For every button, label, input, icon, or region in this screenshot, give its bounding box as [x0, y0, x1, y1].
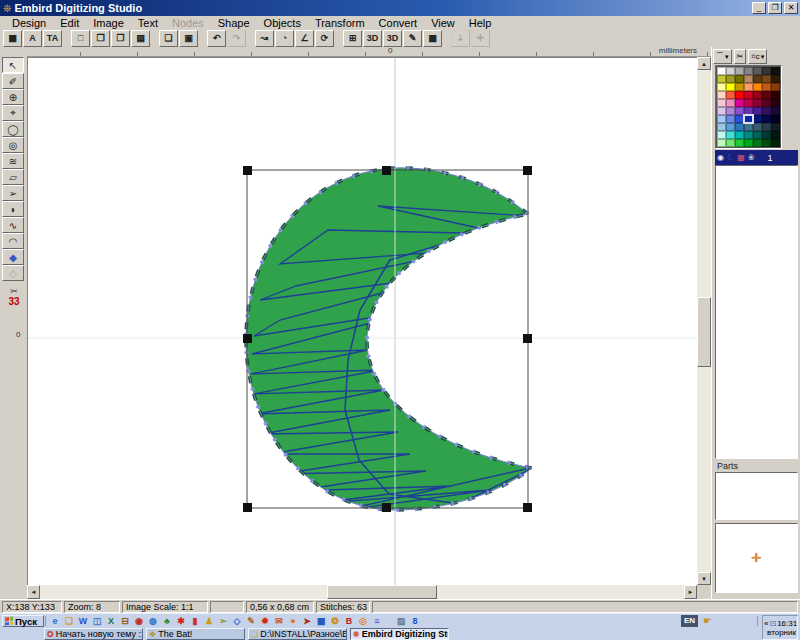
lock-icon[interactable]: ♟: [202, 615, 216, 627]
new[interactable]: □: [71, 30, 90, 47]
palette-color[interactable]: [735, 99, 744, 107]
horizontal-scrollbar[interactable]: ◄ ►: [27, 585, 697, 599]
restore-button[interactable]: ❐: [768, 2, 782, 14]
notepad-icon[interactable]: ▨: [394, 615, 408, 627]
arrow-shape[interactable]: ➢: [2, 185, 24, 201]
menu-item[interactable]: Design: [5, 17, 53, 29]
toolbar-button[interactable]: [151, 30, 158, 47]
taskbar-window-button[interactable]: ❖ The Bat!: [146, 628, 245, 640]
palette-color[interactable]: [735, 67, 744, 75]
vertical-scrollbar[interactable]: ▲ ▼: [697, 57, 711, 599]
undo[interactable]: ↶: [207, 30, 226, 47]
menu-item[interactable]: Objects: [257, 17, 308, 29]
angle[interactable]: ∠: [295, 30, 314, 47]
taskbar-window-button[interactable]: ❊ Embird Digitizing Stud...: [350, 628, 449, 640]
orange-icon[interactable]: ●: [286, 615, 300, 627]
palette-color[interactable]: [744, 91, 753, 99]
palette-color[interactable]: [735, 91, 744, 99]
toolbar-button[interactable]: [247, 30, 254, 47]
open[interactable]: ❒: [91, 30, 110, 47]
palette-color[interactable]: [726, 91, 735, 99]
column-alt-tool[interactable]: ◇: [2, 265, 24, 281]
excel-icon[interactable]: X: [104, 615, 118, 627]
edit-nodes[interactable]: ✐: [2, 73, 24, 89]
palette-color[interactable]: [726, 67, 735, 75]
scroll-up-arrow[interactable]: ▲: [697, 57, 711, 70]
diamond-icon[interactable]: ◇: [230, 615, 244, 627]
menu-item[interactable]: Text: [131, 17, 165, 29]
palette-color[interactable]: [744, 67, 753, 75]
palette-color[interactable]: [771, 75, 780, 83]
bat-icon[interactable]: B: [342, 615, 356, 627]
palette-color[interactable]: [744, 99, 753, 107]
palette-color[interactable]: [717, 115, 726, 123]
zoom-1-1[interactable]: ⌖: [2, 105, 24, 121]
palette-color[interactable]: [726, 75, 735, 83]
palette-color[interactable]: [753, 75, 762, 83]
redo[interactable]: ↷: [227, 30, 246, 47]
palette-color[interactable]: [771, 139, 780, 147]
globe-icon[interactable]: ◍: [146, 615, 160, 627]
closed-shape[interactable]: ◗: [2, 201, 24, 217]
palette-color[interactable]: [771, 83, 780, 91]
horizontal-scroll-thumb[interactable]: [327, 585, 437, 599]
taskbar-window-button[interactable]: ✪ Начать новую тему :: B...: [44, 628, 143, 640]
palette-color[interactable]: [753, 139, 762, 147]
minimize-button[interactable]: _: [752, 2, 766, 14]
menu-item[interactable]: Shape: [211, 17, 257, 29]
arc-tool[interactable]: ◠: [2, 233, 24, 249]
save[interactable]: ▤: [131, 30, 150, 47]
toolbar-button[interactable]: [199, 30, 206, 47]
palette-color[interactable]: [726, 139, 735, 147]
menu-item[interactable]: Nodes: [165, 17, 211, 29]
palette-color[interactable]: [753, 91, 762, 99]
menu-item[interactable]: Convert: [372, 17, 425, 29]
menu-item[interactable]: Edit: [53, 17, 86, 29]
regenerate[interactable]: ⟳: [315, 30, 334, 47]
palette-color[interactable]: [771, 107, 780, 115]
toolbar-button[interactable]: [443, 30, 450, 47]
ring-shape[interactable]: ◎: [2, 137, 24, 153]
folder-icon[interactable]: ❏: [62, 615, 76, 627]
palette-color[interactable]: [744, 75, 753, 83]
palette-color[interactable]: [735, 107, 744, 115]
scroll-down-arrow[interactable]: ▼: [697, 572, 711, 585]
view-3d[interactable]: 3D: [363, 30, 382, 47]
merge[interactable]: ❐: [111, 30, 130, 47]
palette-color[interactable]: [753, 83, 762, 91]
patch-shape[interactable]: ▱: [2, 169, 24, 185]
palette-color[interactable]: [717, 67, 726, 75]
copy[interactable]: ❏: [159, 30, 178, 47]
menu-item[interactable]: Transform: [308, 17, 372, 29]
curve-tool[interactable]: ↝: [255, 30, 274, 47]
gauge[interactable]: ◔: [275, 30, 294, 47]
palette-color[interactable]: [735, 131, 744, 139]
palette-color[interactable]: [726, 131, 735, 139]
ie-icon[interactable]: e: [48, 615, 62, 627]
palette-color[interactable]: [753, 123, 762, 131]
tree-icon[interactable]: ♣: [160, 615, 174, 627]
palette-color[interactable]: [717, 107, 726, 115]
scroll-left-arrow[interactable]: ◄: [27, 585, 40, 599]
palette-color[interactable]: [744, 107, 753, 115]
palette-color[interactable]: [753, 115, 762, 123]
palette-color[interactable]: [753, 67, 762, 75]
palette-color[interactable]: [735, 123, 744, 131]
jump-stitch-button[interactable]: ✂: [734, 49, 747, 64]
burst-icon[interactable]: ✸: [258, 615, 272, 627]
palette-color[interactable]: [726, 83, 735, 91]
palette-color[interactable]: [753, 107, 762, 115]
star-icon[interactable]: ✱: [174, 615, 188, 627]
mail-icon[interactable]: ✉: [272, 615, 286, 627]
palette-color[interactable]: [726, 123, 735, 131]
small-lettering[interactable]: TA: [43, 30, 62, 47]
works-icon[interactable]: ◫: [90, 615, 104, 627]
palette-color[interactable]: [744, 131, 753, 139]
menu-item[interactable]: Image: [86, 17, 131, 29]
start-button[interactable]: Пуск: [2, 615, 44, 627]
image[interactable]: ▩: [423, 30, 442, 47]
palette-color[interactable]: [762, 91, 771, 99]
toolbar-button[interactable]: [335, 30, 342, 47]
menu-item[interactable]: View: [424, 17, 462, 29]
lettering[interactable]: A: [23, 30, 42, 47]
